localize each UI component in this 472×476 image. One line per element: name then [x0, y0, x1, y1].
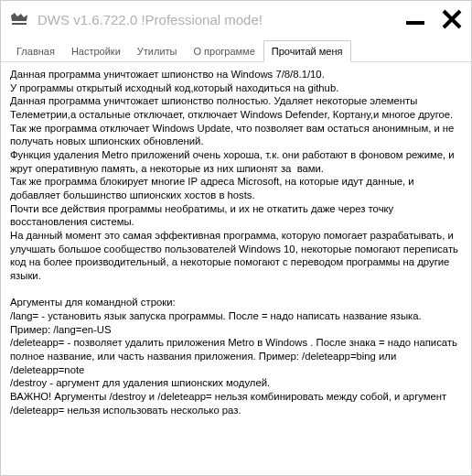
tab-utilities[interactable]: Утилиты — [129, 40, 186, 62]
window-controls — [403, 7, 464, 31]
tab-readme[interactable]: Прочитай меня — [263, 40, 351, 62]
tab-settings[interactable]: Настройки — [63, 40, 129, 62]
svg-rect-0 — [406, 21, 424, 25]
window-title: DWS v1.6.722.0 !Professional mode! — [38, 12, 403, 27]
close-button[interactable] — [440, 7, 464, 31]
app-icon — [8, 8, 30, 30]
readme-content: Данная программа уничтожает шпионство на… — [1, 62, 471, 472]
tab-main[interactable]: Главная — [8, 40, 63, 62]
tabbar: Главная Настройки Утилиты О программе Пр… — [1, 39, 471, 62]
titlebar: DWS v1.6.722.0 !Professional mode! — [1, 1, 471, 38]
minimize-button[interactable] — [403, 7, 427, 31]
tab-about[interactable]: О программе — [186, 40, 263, 62]
